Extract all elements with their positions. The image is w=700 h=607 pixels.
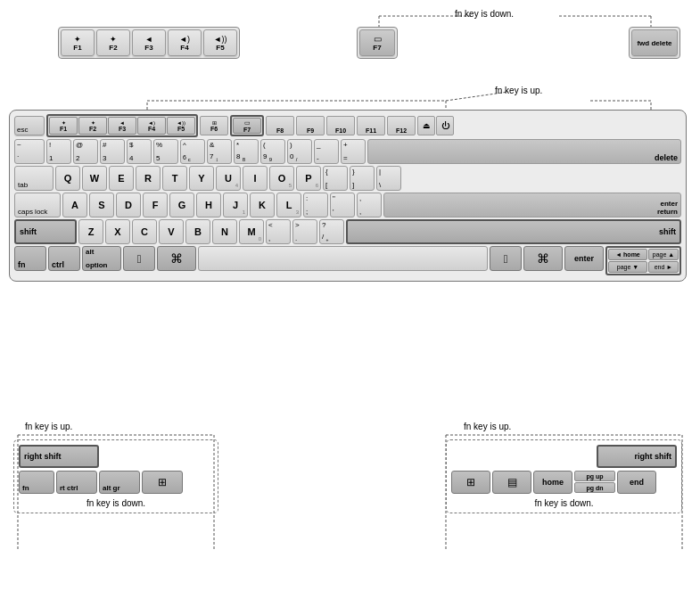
key-e[interactable]: E [109, 166, 134, 191]
key-q[interactable]: Q [55, 166, 80, 191]
key-slash[interactable]: ?/ + [319, 219, 344, 244]
key-home-br[interactable]: home [533, 471, 572, 494]
key-menu-br[interactable]: ▤ [492, 471, 531, 494]
key-enter-right[interactable]: enter [564, 246, 604, 271]
key-rt-ctrl[interactable]: rt ctrl [56, 471, 97, 494]
key-quote[interactable]: "' [330, 193, 355, 217]
key-alt-gr[interactable]: alt gr [99, 471, 140, 494]
key-f10-main[interactable]: F10 [326, 116, 355, 135]
key-9[interactable]: (9 9 [260, 139, 285, 164]
key-page-up[interactable]: page ▲ [648, 249, 679, 260]
key-r[interactable]: R [136, 166, 161, 191]
key-f8-main[interactable]: F8 [266, 116, 294, 135]
key-f6-main[interactable]: ⊞F6 [200, 116, 228, 135]
key-end-br[interactable]: end [617, 471, 656, 494]
key-right-shift-bottom-left[interactable]: right shift [19, 445, 99, 468]
key-shift-right[interactable]: shift [346, 219, 681, 244]
key-f[interactable]: F [143, 193, 168, 217]
key-7[interactable]: &7 ↕ [207, 139, 232, 164]
key-pg-dn[interactable]: pg dn [574, 482, 615, 493]
key-win-bl[interactable]: ⊞ [142, 471, 183, 494]
key-k[interactable]: K [250, 193, 275, 217]
key-f2-main[interactable]: ✦F2 [78, 117, 107, 135]
key-w[interactable]: W [82, 166, 107, 191]
key-caps-lock[interactable]: caps lock [14, 193, 61, 217]
key-f5-main[interactable]: ◄))F5 [167, 117, 195, 135]
key-fn-bottom[interactable]: fn [19, 471, 54, 494]
key-apple-right[interactable]:  [490, 246, 522, 271]
key-apple-left[interactable]:  [123, 246, 155, 271]
key-command-left[interactable]: ⌘ [157, 246, 196, 271]
key-pg-up[interactable]: pg up [574, 471, 615, 481]
key-fn[interactable]: fn [14, 246, 46, 271]
key-win-br[interactable]: ⊞ [451, 471, 490, 494]
key-v[interactable]: V [159, 219, 184, 244]
key-f4-main[interactable]: ◄)F4 [137, 117, 166, 135]
key-f2-float[interactable]: ✦ F2 [96, 29, 130, 56]
key-end-right[interactable]: end ► [648, 261, 679, 273]
key-page-down[interactable]: page ▼ [608, 261, 647, 273]
key-z[interactable]: Z [78, 219, 103, 244]
key-o[interactable]: O5 [269, 166, 294, 191]
key-3[interactable]: #3 [100, 139, 125, 164]
key-comma-main[interactable]: ,, [357, 193, 382, 217]
key-gt[interactable]: >. [292, 219, 317, 244]
key-i[interactable]: I [243, 166, 268, 191]
key-4[interactable]: $4 [127, 139, 152, 164]
key-5[interactable]: %5 [153, 139, 178, 164]
key-g[interactable]: G [169, 193, 194, 217]
key-home[interactable]: ◄ home [608, 249, 647, 260]
key-tab[interactable]: tab [14, 166, 54, 191]
key-f11-main[interactable]: F11 [357, 116, 385, 135]
key-space[interactable] [198, 246, 488, 271]
key-f1-float[interactable]: ✦ F1 [61, 29, 95, 56]
key-backslash[interactable]: |\ [376, 166, 401, 191]
key-minus[interactable]: _- [314, 139, 339, 164]
key-fwd-delete-float[interactable]: fwd delete [631, 29, 678, 56]
key-2[interactable]: @2 [73, 139, 98, 164]
key-ctrl-left[interactable]: ctrl [48, 246, 80, 271]
key-f12-main[interactable]: F12 [387, 116, 416, 135]
key-semicolon[interactable]: :; [303, 193, 328, 217]
key-power[interactable]: ⏻ [436, 116, 454, 135]
key-eject[interactable]: ⏏ [417, 116, 435, 135]
key-f5-float[interactable]: ◄)) F5 [203, 29, 237, 56]
key-0[interactable]: )0 / [287, 139, 312, 164]
key-d[interactable]: D [116, 193, 141, 217]
key-f1-main[interactable]: ✦F1 [49, 117, 78, 135]
key-j[interactable]: J1 [223, 193, 248, 217]
key-f7-main[interactable]: ▭F7 [233, 118, 261, 134]
key-h[interactable]: H [196, 193, 221, 217]
key-u[interactable]: U4 [216, 166, 241, 191]
key-tilde[interactable]: ~` [14, 139, 45, 164]
key-bracket-right[interactable]: }] [350, 166, 375, 191]
key-enter-return[interactable]: enterreturn [383, 193, 681, 217]
key-shift-left[interactable]: shift [14, 219, 77, 244]
key-f9-main[interactable]: F9 [296, 116, 325, 135]
key-1[interactable]: !1 [46, 139, 71, 164]
key-8[interactable]: *8 8 [234, 139, 259, 164]
key-s[interactable]: S [89, 193, 114, 217]
key-y[interactable]: Y [189, 166, 214, 191]
key-l[interactable]: L3 [276, 193, 301, 217]
key-f3-main[interactable]: ◄F3 [108, 117, 136, 135]
key-m[interactable]: M0 [239, 219, 264, 244]
key-f7-float[interactable]: ▭ F7 [359, 29, 395, 56]
key-6[interactable]: ^6 c [180, 139, 205, 164]
key-equals[interactable]: += [341, 139, 366, 164]
key-p[interactable]: P6 [296, 166, 321, 191]
key-esc[interactable]: esc [14, 116, 45, 135]
key-b[interactable]: B [185, 219, 210, 244]
key-command-right[interactable]: ⌘ [523, 246, 563, 271]
key-delete[interactable]: delete [367, 139, 681, 164]
key-lt[interactable]: <, [266, 219, 291, 244]
key-c[interactable]: C [132, 219, 157, 244]
key-f4-float[interactable]: ◄) F4 [168, 29, 202, 56]
key-a[interactable]: A [62, 193, 87, 217]
key-t[interactable]: T [162, 166, 187, 191]
key-alt-option[interactable]: altoption [82, 246, 121, 271]
key-n[interactable]: N [212, 219, 237, 244]
key-bracket-left[interactable]: {[ [323, 166, 348, 191]
key-x[interactable]: X [105, 219, 130, 244]
key-f3-float[interactable]: ◄ F3 [132, 29, 166, 56]
